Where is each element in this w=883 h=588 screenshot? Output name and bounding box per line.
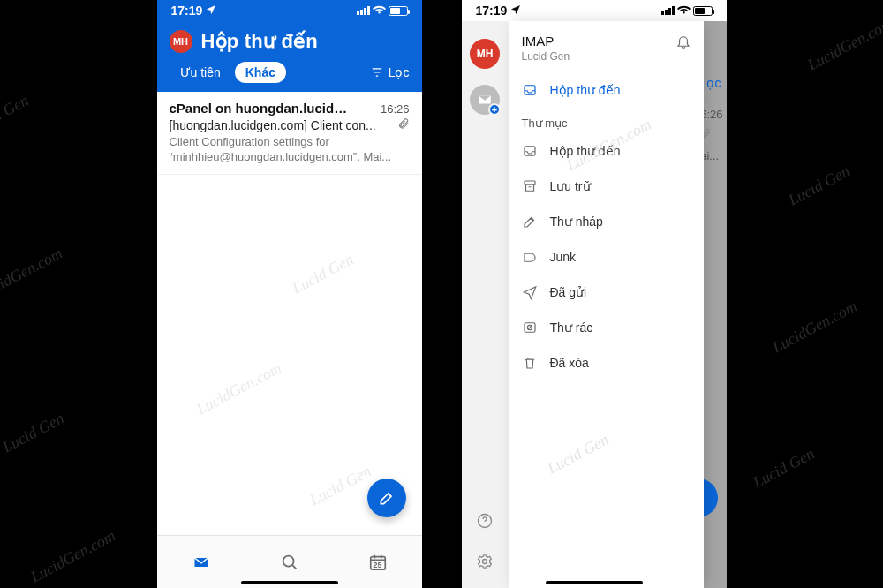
drawer-item-inbox-top[interactable]: Hộp thư đến	[509, 72, 704, 108]
help-icon[interactable]	[476, 512, 494, 533]
account-name: Lucid Gen	[522, 50, 570, 63]
attachment-icon	[397, 117, 410, 133]
message-time-peek: 6:26	[700, 108, 722, 121]
tab-search[interactable]	[272, 553, 307, 572]
inbox-tabs: Ưu tiên Khác	[170, 62, 286, 83]
svg-rect-5	[525, 147, 535, 156]
message-peek: 6:26 ai...	[700, 104, 722, 166]
message-sender: cPanel on huongdan.lucidgen.c...	[170, 101, 355, 116]
drawer-item-drafts[interactable]: Thư nháp	[509, 204, 704, 239]
drawer-item-label: Đã gửi	[550, 285, 587, 299]
wifi-icon	[677, 3, 691, 19]
drawer-item-sent[interactable]: Đã gửi	[509, 275, 704, 310]
calendar-day-label: 25	[360, 561, 396, 569]
status-time: 17:19	[171, 4, 203, 18]
phone-inbox: Lucid Gen LucidGen.com Lucid Gen 17:19 M…	[157, 0, 422, 588]
filter-button[interactable]: Lọc	[371, 65, 410, 79]
drawer-item-spam[interactable]: Thư rác	[509, 310, 704, 345]
inbox-header: MH Hộp thư đến Ưu tiên Khác Lọc	[157, 21, 422, 92]
message-preview: Client Configuration settings for “minhh…	[170, 135, 410, 165]
tab-calendar[interactable]: 25	[360, 553, 396, 572]
rail-add-account[interactable]: +	[470, 85, 500, 115]
phone-drawer: 17:19 Lọc 6:26 ai...	[462, 0, 727, 588]
notification-bell-icon[interactable]	[675, 34, 691, 53]
status-bar: 17:19	[462, 0, 727, 21]
svg-point-3	[483, 560, 487, 564]
drawer-item-label: Lưu trữ	[550, 179, 591, 193]
drawer-item-label: Đã xóa	[550, 356, 589, 370]
location-icon	[206, 4, 216, 18]
drawer-item-label: Hộp thư đến	[550, 83, 621, 97]
page-title: Hộp thư đến	[201, 30, 318, 53]
status-time: 17:19	[476, 4, 508, 18]
wifi-icon	[373, 3, 386, 19]
tab-focused[interactable]: Ưu tiên	[170, 62, 231, 83]
cellular-icon	[357, 6, 370, 15]
svg-rect-6	[525, 181, 535, 185]
watermark: Lucid Gen	[544, 431, 612, 479]
drawer-item-deleted[interactable]: Đã xóa	[509, 345, 704, 381]
drawer-item-label: Junk	[550, 250, 577, 264]
account-rail: MH +	[462, 21, 509, 588]
drawer-item-label: Thư nháp	[550, 215, 603, 229]
drawer-item-label: Hộp thư đến	[550, 144, 621, 158]
drawer-item-junk[interactable]: Junk	[509, 239, 704, 275]
drawer-item-archive[interactable]: Lưu trữ	[509, 169, 704, 204]
folder-drawer: LucidGen.com Lucid Gen IMAP Lucid Gen Hộ…	[509, 21, 704, 588]
home-indicator	[241, 581, 338, 584]
drawer-item-label: Thư rác	[550, 320, 593, 335]
watermark: LucidGen.com	[193, 358, 284, 418]
folders-heading: Thư mục	[509, 108, 704, 133]
compose-button[interactable]	[367, 479, 406, 517]
battery-icon	[693, 6, 713, 16]
bottom-tabbar: 25	[157, 535, 422, 588]
tab-other[interactable]: Khác	[235, 62, 286, 83]
cellular-icon	[661, 6, 675, 15]
tab-mail[interactable]	[184, 554, 219, 571]
status-bar: 17:19	[157, 0, 422, 21]
status-indicators	[357, 3, 408, 19]
drawer-item-inbox[interactable]: Hộp thư đến	[509, 133, 704, 169]
svg-rect-4	[525, 86, 535, 95]
watermark: Lucid Gen	[289, 251, 357, 298]
filter-label: Lọc	[389, 65, 410, 79]
home-indicator	[546, 581, 643, 584]
account-avatar[interactable]: MH	[170, 30, 192, 53]
watermark: Lucid Gen	[306, 463, 374, 510]
message-subject: [huongdan.lucidgen.com] Client con...	[170, 118, 376, 132]
location-icon	[510, 4, 521, 18]
message-time: 16:26	[381, 102, 410, 116]
rail-account-current[interactable]: MH	[470, 39, 500, 69]
plus-badge-icon: +	[488, 103, 501, 116]
settings-icon[interactable]	[476, 553, 494, 574]
battery-icon	[389, 6, 408, 16]
message-row[interactable]: cPanel on huongdan.lucidgen.c... 16:26 […	[157, 92, 422, 175]
svg-point-0	[283, 555, 293, 566]
account-type: IMAP	[522, 34, 570, 49]
